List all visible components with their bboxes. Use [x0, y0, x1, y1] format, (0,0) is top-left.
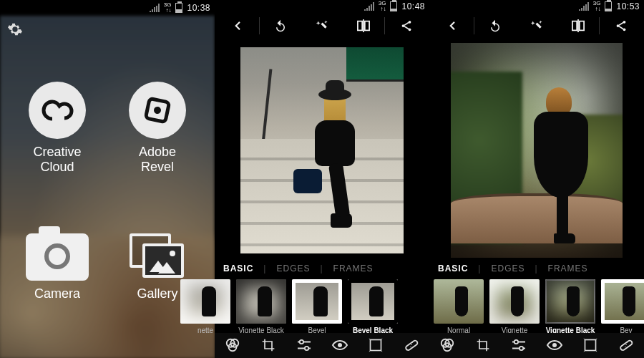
source-camera[interactable]: Camera: [26, 233, 89, 301]
clock: 10:38: [187, 3, 210, 13]
svg-point-21: [552, 343, 557, 347]
heal-button[interactable]: [608, 333, 644, 358]
svg-rect-22: [585, 340, 596, 351]
source-adobe-revel[interactable]: Adobe Revel: [129, 82, 186, 174]
undo-button[interactable]: [476, 16, 516, 36]
back-button[interactable]: [432, 16, 472, 36]
editor-toolbar: [215, 13, 429, 38]
filter-thumb[interactable]: Bevel Black: [348, 279, 398, 333]
svg-point-20: [519, 347, 523, 350]
filter-thumb[interactable]: nette: [180, 279, 230, 333]
network-label: 3G↑↓: [379, 1, 386, 12]
bottom-toolbar: [429, 333, 644, 358]
filter-thumb[interactable]: Bevel: [292, 279, 342, 333]
signal-icon: [579, 2, 589, 11]
signal-icon: [364, 2, 374, 11]
tab-edges[interactable]: EDGES: [491, 263, 525, 274]
auto-enhance-button[interactable]: [517, 16, 557, 36]
share-button[interactable]: [601, 16, 641, 36]
gallery-icon: [130, 233, 185, 281]
source-label: Adobe Revel: [129, 145, 186, 174]
share-button[interactable]: [386, 16, 426, 36]
screen-editor-bevel: 3G↑↓ 10:48 BASIC | EDGES | FRAMES nette: [215, 0, 429, 358]
canvas[interactable]: [215, 39, 429, 258]
back-button[interactable]: [218, 16, 258, 36]
photo-preview: [451, 43, 623, 258]
settings-button[interactable]: [7, 21, 23, 37]
svg-rect-12: [405, 340, 419, 352]
compare-button[interactable]: [343, 16, 384, 36]
tab-basic[interactable]: BASIC: [438, 263, 468, 274]
canvas[interactable]: [429, 39, 644, 258]
tab-frames[interactable]: FRAMES: [548, 263, 588, 274]
camera-icon: [26, 233, 89, 281]
network-label: 3G↑↓: [164, 2, 172, 14]
status-bar: 3G↑↓ 10:48: [215, 0, 429, 13]
clock: 10:48: [401, 1, 425, 11]
borders-button[interactable]: [358, 333, 394, 358]
heal-button[interactable]: [394, 333, 429, 358]
svg-rect-11: [371, 340, 381, 351]
source-label: Creative Cloud: [29, 145, 86, 174]
svg-point-10: [338, 343, 342, 347]
filter-thumb[interactable]: Vignette Black: [545, 279, 595, 333]
svg-rect-23: [620, 340, 633, 352]
photo-preview: [236, 43, 408, 258]
looks-button[interactable]: [215, 333, 250, 358]
crop-button[interactable]: [250, 333, 286, 358]
source-label: Camera: [26, 286, 89, 301]
looks-button[interactable]: [429, 333, 465, 358]
svg-point-8: [300, 340, 303, 344]
filter-thumb[interactable]: Vignette Black: [236, 279, 286, 333]
status-bar: 3G↑↓ 10:38: [0, 0, 215, 16]
network-label: 3G↑↓: [593, 1, 601, 12]
source-creative-cloud[interactable]: Creative Cloud: [29, 82, 86, 174]
adobe-revel-icon: [129, 82, 186, 139]
crop-button[interactable]: [465, 333, 501, 358]
tab-basic[interactable]: BASIC: [223, 263, 253, 274]
adjust-button[interactable]: [286, 333, 322, 358]
svg-point-19: [514, 340, 518, 344]
effect-category-tabs: BASIC | EDGES | FRAMES: [215, 258, 429, 278]
status-bar: 3G↑↓ 10:53: [429, 0, 644, 13]
adjust-button[interactable]: [501, 333, 537, 358]
creative-cloud-icon: [29, 82, 86, 139]
clock: 10:53: [616, 1, 640, 11]
auto-enhance-button[interactable]: [302, 16, 342, 36]
battery-icon: [175, 3, 182, 13]
bottom-toolbar: [215, 333, 429, 358]
borders-button[interactable]: [572, 333, 608, 358]
filter-strip[interactable]: Normal Vignette Vignette Black Bev: [429, 278, 644, 333]
undo-button[interactable]: [261, 16, 301, 36]
compare-button[interactable]: [558, 16, 598, 36]
svg-point-9: [305, 347, 308, 350]
redeye-button[interactable]: [537, 333, 572, 358]
svg-point-1: [153, 106, 162, 115]
filter-thumb[interactable]: Bev: [601, 279, 644, 333]
battery-icon: [605, 1, 612, 11]
screen-editor-vignette: 3G↑↓ 10:53 BASIC | EDGES | FRAMES Normal…: [429, 0, 644, 358]
editor-toolbar: [429, 13, 644, 38]
effect-category-tabs: BASIC | EDGES | FRAMES: [429, 258, 644, 278]
filter-thumb[interactable]: Normal: [434, 279, 484, 333]
filter-thumb[interactable]: Vignette: [489, 279, 540, 333]
tab-edges[interactable]: EDGES: [276, 263, 310, 274]
source-label: Gallery: [130, 286, 185, 301]
redeye-button[interactable]: [322, 333, 358, 358]
source-gallery[interactable]: Gallery: [130, 233, 185, 301]
filter-strip[interactable]: nette Vignette Black Bevel Bevel Black: [180, 278, 429, 333]
tab-frames[interactable]: FRAMES: [333, 263, 374, 274]
signal-icon: [150, 4, 160, 12]
battery-icon: [390, 1, 397, 11]
